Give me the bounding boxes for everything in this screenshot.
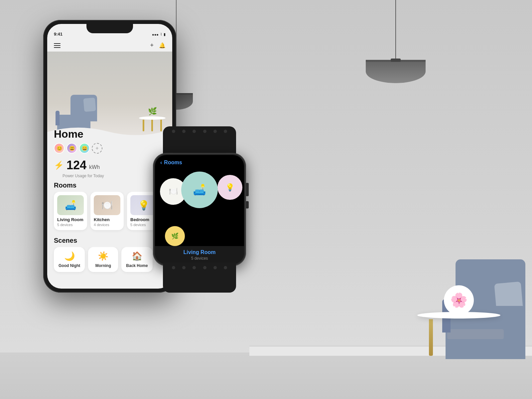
band-hole [182,130,186,133]
lamp-shade [366,60,426,83]
scene-name: Back Home [126,263,148,268]
avatar-1[interactable]: 😊 [54,143,65,154]
home-icon: 🏠 [132,251,142,261]
signal-icon: ●●● [152,33,159,37]
watch-rooms-title: Rooms [164,160,182,166]
room-card-image: 🛋️ [57,195,84,215]
watch-device-count: 5 devices [158,256,241,261]
menu-button[interactable] [54,43,61,48]
watch-case: ‹ Rooms 🛋️ 🍽️ 💡 [153,153,246,266]
battery-icon: ▮ [164,32,166,37]
band-holes [163,126,236,136]
hamburger-line [54,45,61,46]
ceiling-lamp-right [366,0,426,83]
watch-back-button[interactable]: ‹ [160,160,162,166]
watch-room-carousel[interactable]: 🛋️ 🍽️ 💡 🌿 [155,168,244,246]
avatar-3[interactable]: 😄 [79,143,90,154]
watch-screen: ‹ Rooms 🛋️ 🍽️ 💡 [155,155,244,264]
room-floor [0,352,532,399]
watch-mockup: ‹ Rooms 🛋️ 🍽️ 💡 [153,153,246,266]
band-hole [213,266,217,269]
room-card-kitchen[interactable]: 🍽️ Kitchen 4 devices [90,192,124,230]
lamp-cord [395,0,396,60]
watch-band-bottom [163,263,236,293]
room-card-name: Living Room [57,217,84,222]
bolt-icon: ⚡ [54,161,64,170]
notifications-button[interactable]: 🔔 [159,42,166,49]
status-icons: ●●● ⌇ ▮ [152,32,166,37]
outdoor-icon: 🌿 [171,232,179,240]
scene-name: Morning [95,263,111,268]
band-hole [193,266,196,269]
watch-footer: Living Room 5 devices [155,246,244,264]
lamp-icon: 💡 [225,183,234,192]
hero-image: 🌿 [47,52,172,138]
energy-number: 124 [66,158,86,172]
band-hole [203,266,206,269]
band-hole [224,130,227,133]
room-card-name: Kitchen [94,217,120,222]
chair-cushion [447,329,504,339]
hero-plant: 🌿 [139,107,166,116]
room-card-devices: 4 devices [94,223,120,227]
scene-card-backhome[interactable]: 🏠 Back Home [121,247,152,272]
phone-notch [86,24,133,33]
watch-current-room: Living Room [158,249,241,255]
scene-card-morning[interactable]: ☀️ Morning [88,247,118,272]
band-hole [213,130,217,133]
hero-table-top [139,116,166,120]
band-hole [203,130,206,133]
kitchen-icon: 🍽️ [169,187,178,196]
watch-body: ‹ Rooms 🛋️ 🍽️ 💡 [153,153,246,266]
watch-room-circle-bedroom[interactable]: 💡 [217,175,242,200]
watch-band-top [163,126,236,156]
scene-card-goodnight[interactable]: 🌙 Good Night [54,247,85,272]
band-hole [224,266,227,269]
moon-icon: 🌙 [64,251,75,261]
band-hole [182,266,186,269]
watch-room-circle-outdoor[interactable]: 🌿 [165,226,185,246]
energy-unit: kWh [89,164,100,170]
status-time: 9:41 [54,32,63,37]
room-card-living[interactable]: 🛋️ Living Room 5 devices [54,192,87,230]
phone-nav-header: + 🔔 [47,39,172,52]
add-member-button[interactable]: + [92,143,102,154]
sun-icon: ☀️ [98,251,108,261]
avatars-row: 😊 😃 😄 + [54,143,166,154]
band-hole [193,130,196,133]
scene-name: Good Night [59,263,80,268]
hamburger-line [54,43,61,44]
room-card-image: 🍽️ [94,195,120,215]
avatar-2[interactable]: 😃 [66,143,77,154]
hamburger-line [54,47,61,48]
hero-chair-pillow [83,98,96,112]
band-hole [172,266,175,269]
page-title: Home [54,128,166,140]
sofa-icon: 🛋️ [193,184,206,196]
wifi-icon: ⌇ [160,32,162,37]
band-hole [172,130,175,133]
flower-pot: 🌸 [444,285,474,315]
home-title-section: Home 😊 😃 😄 + [47,128,172,154]
watch-header: ‹ Rooms [155,155,244,168]
band-holes-bottom [163,263,236,273]
header-actions: + 🔔 [150,42,166,49]
add-button[interactable]: + [150,42,154,49]
flowers-emoji: 🌸 [450,293,467,307]
watch-room-circle-living[interactable]: 🛋️ [181,172,218,208]
table-leg [429,319,433,356]
room-card-devices: 5 devices [57,223,84,227]
